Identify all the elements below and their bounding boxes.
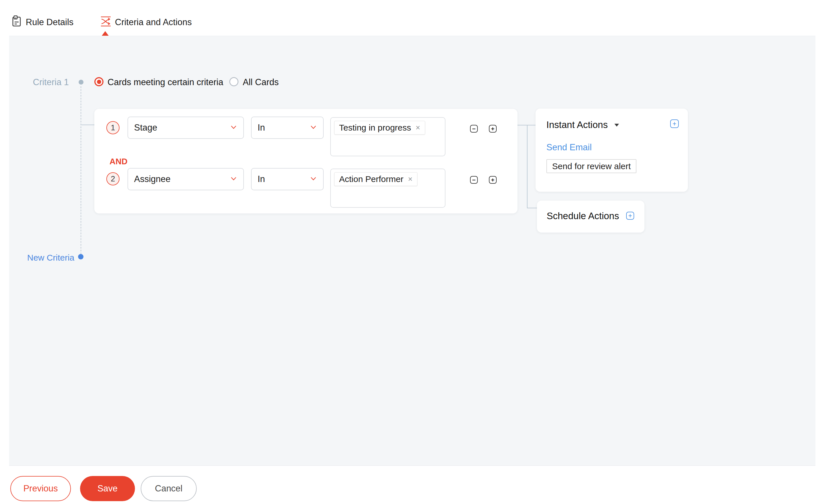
tab-rule-details-label: Rule Details: [26, 17, 74, 28]
operator-dropdown[interactable]: In: [251, 117, 324, 139]
operator-dropdown-value: In: [258, 123, 265, 133]
radio-all-cards-label: All Cards: [243, 77, 279, 87]
save-button[interactable]: Save: [80, 476, 135, 501]
remove-condition-button[interactable]: −: [470, 125, 478, 133]
active-tab-marker: [102, 31, 109, 36]
chevron-down-icon: [231, 177, 237, 182]
value-tag-label: Action Performer: [339, 174, 404, 184]
condition-row-number: 1: [107, 121, 120, 134]
criteria-group-label: Criteria 1: [33, 77, 69, 87]
value-tag[interactable]: Testing in progress ×: [334, 121, 425, 135]
field-dropdown[interactable]: Assignee: [127, 168, 244, 190]
add-condition-button[interactable]: +: [489, 125, 497, 133]
condition-row-number: 2: [107, 172, 120, 185]
instant-actions-title: Instant Actions: [546, 120, 608, 130]
send-email-link[interactable]: Send Email: [546, 142, 592, 152]
add-schedule-action-button[interactable]: +: [626, 212, 634, 220]
operator-dropdown-value: In: [258, 174, 265, 184]
tab-criteria-actions-label: Criteria and Actions: [115, 17, 192, 28]
radio-cards-meeting-criteria-label: Cards meeting certain criteria: [108, 77, 223, 87]
connector-actions-vertical: [527, 125, 528, 208]
add-instant-action-button[interactable]: +: [670, 120, 679, 128]
connector-card-to-actions-top: [518, 125, 536, 126]
field-dropdown[interactable]: Stage: [127, 117, 244, 139]
document-icon: [11, 15, 22, 28]
remove-condition-button[interactable]: −: [470, 176, 478, 184]
remove-tag-icon[interactable]: ×: [416, 124, 420, 132]
value-tag-label: Testing in progress: [339, 123, 411, 133]
criteria-rail-dot: [79, 80, 83, 85]
operator-dropdown[interactable]: In: [251, 168, 324, 190]
tab-rule-details[interactable]: Rule Details: [11, 15, 83, 30]
add-condition-button[interactable]: +: [489, 176, 497, 184]
criteria-canvas: [9, 36, 816, 466]
criteria-rail-line: [81, 86, 81, 254]
instant-actions-caret-icon[interactable]: [614, 124, 619, 127]
tab-criteria-actions[interactable]: Criteria and Actions: [100, 15, 200, 30]
workflow-icon: [100, 16, 112, 28]
new-criteria-button[interactable]: New Criteria: [27, 253, 74, 263]
schedule-actions-title: Schedule Actions: [547, 211, 619, 221]
previous-button[interactable]: Previous: [10, 476, 71, 501]
chevron-down-icon: [231, 125, 237, 130]
chevron-down-icon: [310, 177, 316, 182]
field-dropdown-value: Stage: [134, 123, 157, 133]
value-tag[interactable]: Action Performer ×: [334, 172, 417, 186]
cancel-button[interactable]: Cancel: [141, 476, 197, 501]
radio-cards-meeting-criteria[interactable]: [94, 77, 104, 86]
logical-operator-label: AND: [110, 157, 127, 166]
email-alert-item[interactable]: Send for review alert: [546, 159, 636, 173]
chevron-down-icon: [310, 125, 316, 130]
connector-rail-to-card: [81, 125, 95, 125]
radio-all-cards[interactable]: [229, 77, 239, 86]
connector-to-schedule: [527, 208, 538, 208]
remove-tag-icon[interactable]: ×: [408, 175, 413, 183]
field-dropdown-value: Assignee: [134, 174, 171, 184]
new-criteria-dot[interactable]: [78, 254, 83, 260]
